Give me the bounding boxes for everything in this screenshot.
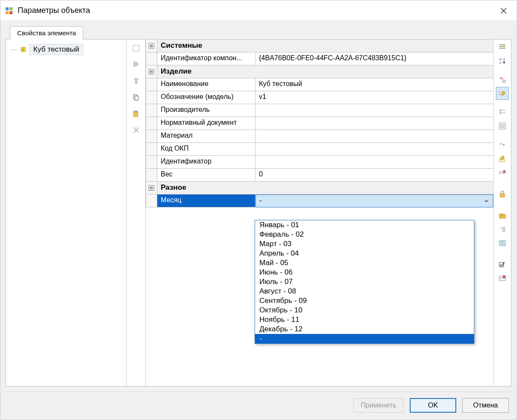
prop-value[interactable]: v1 bbox=[255, 91, 493, 104]
prop-value[interactable] bbox=[255, 156, 493, 169]
add-prop-icon[interactable]: + bbox=[496, 139, 509, 151]
ok-button[interactable]: OK bbox=[410, 398, 456, 413]
prop-okp[interactable]: Код ОКП bbox=[146, 143, 493, 156]
prop-name[interactable]: Наименование Куб тестовый bbox=[146, 78, 493, 91]
svg-rect-7 bbox=[22, 49, 24, 50]
property-grid: ⊟ Системные Идентификатор компон... {4BA… bbox=[146, 40, 494, 386]
svg-rect-11 bbox=[135, 96, 138, 100]
prop-value[interactable]: {4BA76B0E-0FE0-44FC-AA2A-67C483B915C1} bbox=[255, 52, 493, 65]
svg-rect-0 bbox=[6, 7, 9, 10]
edit-row-icon[interactable] bbox=[496, 87, 509, 100]
prop-value[interactable] bbox=[255, 104, 493, 117]
prop-value[interactable] bbox=[255, 143, 493, 156]
dropdown-option[interactable]: Апрель - 04 bbox=[255, 249, 474, 258]
category-label: Изделие bbox=[157, 65, 493, 78]
prop-key: Нормативный документ bbox=[157, 117, 255, 130]
chevron-down-icon[interactable] bbox=[483, 197, 490, 205]
prop-value-dropdown[interactable]: - bbox=[255, 195, 493, 207]
dropdown-option[interactable]: Октябрь - 10 bbox=[255, 306, 474, 315]
svg-marker-22 bbox=[503, 62, 505, 64]
client-area: Свойства элемента ······· Куб тестовый bbox=[0, 21, 517, 392]
columns-icon[interactable] bbox=[496, 237, 509, 250]
dropdown-option[interactable]: Июнь - 06 bbox=[255, 268, 474, 277]
svg-marker-9 bbox=[133, 62, 139, 67]
dropdown-selected: - bbox=[259, 197, 262, 204]
dropdown-option[interactable]: Май - 05 bbox=[255, 258, 474, 268]
tab-element-properties[interactable]: Свойства элемента bbox=[10, 26, 83, 40]
folder-arrow-icon[interactable] bbox=[496, 209, 509, 222]
dropdown-option[interactable]: Июль - 07 bbox=[255, 277, 474, 287]
svg-marker-39 bbox=[499, 213, 504, 214]
prop-value[interactable]: Куб тестовый bbox=[255, 78, 493, 91]
cube-icon bbox=[20, 46, 27, 53]
svg-rect-43 bbox=[499, 241, 502, 246]
select-icon[interactable] bbox=[129, 41, 143, 55]
pencil-note-icon[interactable] bbox=[496, 152, 509, 165]
dropdown-option[interactable]: Декабрь - 12 bbox=[255, 324, 474, 334]
dropdown-option[interactable]: - bbox=[255, 334, 474, 343]
svg-text:%: % bbox=[500, 76, 503, 80]
svg-rect-44 bbox=[503, 241, 505, 246]
prop-key: Идентификатор bbox=[157, 156, 255, 169]
prop-value[interactable] bbox=[255, 130, 493, 143]
close-button[interactable] bbox=[494, 4, 513, 18]
checkbox-pencil-icon[interactable] bbox=[496, 258, 509, 271]
tree-item[interactable]: ······· Куб тестовый bbox=[9, 43, 124, 56]
prop-component-id[interactable]: Идентификатор компон... {4BA76B0E-0FE0-4… bbox=[146, 52, 493, 65]
prop-key: Месяц bbox=[157, 195, 255, 207]
prop-value[interactable] bbox=[255, 117, 493, 130]
collapse-system-icon[interactable]: ⊟ bbox=[149, 43, 154, 49]
prop-key: Обозначение (модель) bbox=[157, 91, 255, 104]
prop-key: Материал bbox=[157, 130, 255, 143]
dropdown-option[interactable]: Январь - 01 bbox=[255, 220, 474, 230]
svg-rect-18 bbox=[499, 48, 505, 49]
left-toolbar bbox=[127, 40, 146, 386]
check-list-icon[interactable] bbox=[496, 106, 509, 119]
svg-rect-40 bbox=[502, 227, 505, 228]
dropdown-option[interactable]: Март - 03 bbox=[255, 239, 474, 249]
prop-month[interactable]: Месяц - bbox=[146, 195, 493, 207]
categorized-icon[interactable] bbox=[496, 40, 509, 53]
content-area: ······· Куб тестовый bbox=[6, 39, 511, 386]
plusminus-icon[interactable]: % bbox=[496, 73, 509, 86]
table-x-icon[interactable] bbox=[496, 272, 509, 285]
prop-value[interactable]: 0 bbox=[255, 169, 493, 182]
dropdown-option[interactable]: Ноябрь - 11 bbox=[255, 315, 474, 324]
prop-normdoc[interactable]: Нормативный документ bbox=[146, 117, 493, 130]
svg-rect-41 bbox=[502, 229, 505, 230]
copy-icon[interactable] bbox=[129, 90, 143, 104]
dropdown-option[interactable]: Февраль - 02 bbox=[255, 230, 474, 239]
window-title: Параметры объекта bbox=[18, 6, 494, 15]
month-dropdown-list[interactable]: Январь - 01Февраль - 02Март - 03Апрель -… bbox=[255, 220, 474, 344]
cancel-button[interactable]: Отмена bbox=[462, 398, 509, 413]
svg-rect-2 bbox=[6, 11, 9, 14]
remove-red-icon[interactable] bbox=[496, 166, 509, 179]
prop-designation[interactable]: Обозначение (модель) v1 bbox=[146, 91, 493, 104]
right-toolbar: AZ % + bbox=[494, 40, 511, 386]
tree-pane: ······· Куб тестовый bbox=[6, 40, 127, 386]
lock-icon[interactable] bbox=[496, 188, 509, 201]
button-bar: Применить OK Отмена bbox=[0, 392, 517, 420]
svg-rect-16 bbox=[499, 44, 505, 45]
prop-key: Код ОКП bbox=[157, 143, 255, 156]
spark-list-icon[interactable] bbox=[496, 223, 509, 236]
prop-material[interactable]: Материал bbox=[146, 130, 493, 143]
category-misc: ⊟ Разное bbox=[146, 182, 493, 195]
svg-point-24 bbox=[503, 80, 505, 83]
category-label: Разное bbox=[157, 182, 493, 195]
collapse-product-icon[interactable]: ⊟ bbox=[149, 69, 154, 74]
list-box-icon[interactable] bbox=[496, 120, 509, 133]
dropdown-option[interactable]: Сентябрь - 09 bbox=[255, 296, 474, 306]
prop-weight[interactable]: Вес 0 bbox=[146, 169, 493, 182]
paste-icon[interactable] bbox=[129, 107, 143, 120]
prop-identifier[interactable]: Идентификатор bbox=[146, 156, 493, 169]
props-pane: ⊟ Системные Идентификатор компон... {4BA… bbox=[146, 40, 511, 386]
collapse-misc-icon[interactable]: ⊟ bbox=[149, 185, 154, 191]
tree-item-label: Куб тестовый bbox=[29, 44, 83, 55]
sort-az-icon[interactable]: AZ bbox=[496, 54, 509, 67]
tree-connector: ······· bbox=[10, 46, 17, 52]
tag-icon bbox=[129, 58, 143, 71]
category-product: ⊟ Изделие bbox=[146, 65, 493, 78]
prop-manufacturer[interactable]: Производитель bbox=[146, 104, 493, 117]
dropdown-option[interactable]: Август - 08 bbox=[255, 287, 474, 296]
